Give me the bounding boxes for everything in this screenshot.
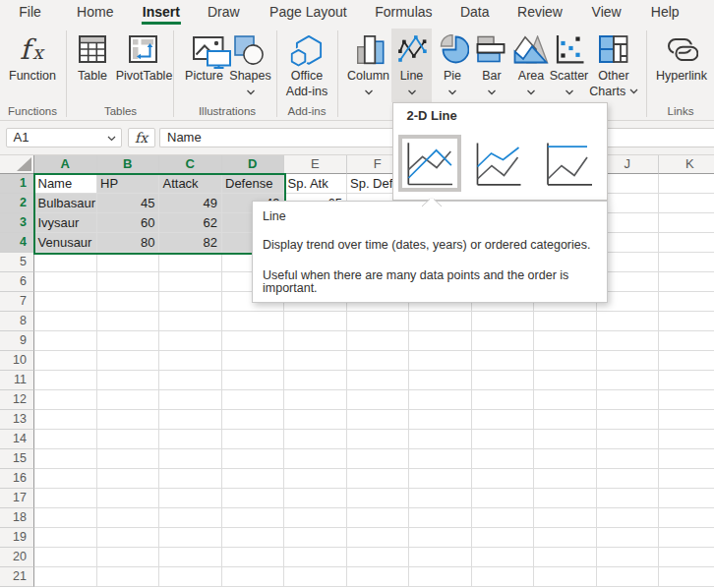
cell-c11[interactable] xyxy=(159,371,222,390)
cell-j9[interactable] xyxy=(597,331,660,351)
cell-h11[interactable] xyxy=(472,371,535,390)
chart-type-line-2d[interactable] xyxy=(402,139,457,188)
cell-h17[interactable] xyxy=(472,489,535,508)
cell-a8[interactable] xyxy=(34,312,97,331)
cell-j15[interactable] xyxy=(597,449,660,469)
cell-j16[interactable] xyxy=(597,469,660,489)
cell-d13[interactable] xyxy=(222,410,285,430)
cell-d17[interactable] xyxy=(222,489,285,508)
cell-a21[interactable] xyxy=(34,567,97,587)
cell-c10[interactable] xyxy=(159,351,222,371)
cell-g10[interactable] xyxy=(409,351,472,371)
cell-j17[interactable] xyxy=(597,489,660,508)
cell-k11[interactable] xyxy=(659,371,714,390)
cell-d19[interactable] xyxy=(222,528,285,548)
menu-item-view[interactable]: View xyxy=(592,0,622,26)
cell-j14[interactable] xyxy=(597,430,660,449)
cell-k18[interactable] xyxy=(659,508,714,528)
cell-d8[interactable] xyxy=(222,312,285,331)
cell-d12[interactable] xyxy=(222,390,285,410)
menu-item-review[interactable]: Review xyxy=(517,0,563,26)
cell-j21[interactable] xyxy=(597,567,660,587)
cell-d15[interactable] xyxy=(222,449,285,469)
row-header-12[interactable]: 12 xyxy=(0,390,34,410)
cell-i12[interactable] xyxy=(534,390,597,410)
cell-j13[interactable] xyxy=(597,410,660,430)
cell-a16[interactable] xyxy=(34,469,97,489)
cell-i19[interactable] xyxy=(534,528,597,548)
row-header-19[interactable]: 19 xyxy=(0,528,34,548)
cell-i10[interactable] xyxy=(534,351,597,371)
cell-k20[interactable] xyxy=(659,548,714,567)
select-all-corner[interactable] xyxy=(0,155,34,174)
cell-g11[interactable] xyxy=(409,371,472,390)
cell-k10[interactable] xyxy=(659,351,714,371)
cell-i9[interactable] xyxy=(534,331,597,351)
cell-h18[interactable] xyxy=(472,508,535,528)
cell-i17[interactable] xyxy=(534,489,597,508)
cell-c1[interactable]: Attack xyxy=(159,174,222,194)
cell-k2[interactable] xyxy=(659,194,714,213)
cell-f9[interactable] xyxy=(347,331,410,351)
cell-b21[interactable] xyxy=(97,567,160,587)
cell-b15[interactable] xyxy=(97,449,160,469)
cell-b13[interactable] xyxy=(97,410,160,430)
cell-b20[interactable] xyxy=(97,548,160,567)
cell-e12[interactable] xyxy=(284,390,347,410)
menu-item-file[interactable]: File xyxy=(19,0,41,26)
cell-f19[interactable] xyxy=(347,528,410,548)
cell-i15[interactable] xyxy=(534,449,597,469)
row-header-4[interactable]: 4 xyxy=(0,233,34,253)
cell-g9[interactable] xyxy=(409,331,472,351)
cell-j10[interactable] xyxy=(597,351,660,371)
cell-i11[interactable] xyxy=(534,371,597,390)
cell-a2[interactable]: Bulbasaur xyxy=(34,194,97,213)
menu-item-page-layout[interactable]: Page Layout xyxy=(269,0,347,26)
cell-a3[interactable]: Ivysaur xyxy=(34,213,97,233)
column-header-d[interactable]: D xyxy=(222,155,285,174)
cell-k3[interactable] xyxy=(659,213,714,233)
cell-e1[interactable]: Sp. Atk xyxy=(284,174,347,194)
cell-a9[interactable] xyxy=(34,331,97,351)
chart-type-100-stacked-line[interactable] xyxy=(541,139,596,188)
row-header-18[interactable]: 18 xyxy=(0,508,34,528)
cell-f10[interactable] xyxy=(347,351,410,371)
cell-b1[interactable]: HP xyxy=(97,174,160,194)
cell-i14[interactable] xyxy=(534,430,597,449)
cell-k12[interactable] xyxy=(659,390,714,410)
row-header-6[interactable]: 6 xyxy=(0,272,34,292)
row-header-14[interactable]: 14 xyxy=(0,430,34,449)
cell-a13[interactable] xyxy=(34,410,97,430)
cell-c19[interactable] xyxy=(159,528,222,548)
cell-f8[interactable] xyxy=(347,312,410,331)
cell-h9[interactable] xyxy=(472,331,535,351)
cell-d20[interactable] xyxy=(222,548,285,567)
cell-g15[interactable] xyxy=(409,449,472,469)
cell-c4[interactable]: 82 xyxy=(159,233,222,253)
menu-item-help[interactable]: Help xyxy=(651,0,680,26)
column-header-b[interactable]: B xyxy=(97,155,160,174)
ribbon-button-line[interactable]: Line xyxy=(391,26,432,102)
cell-a17[interactable] xyxy=(34,489,97,508)
cell-g20[interactable] xyxy=(409,548,472,567)
cell-i21[interactable] xyxy=(534,567,597,587)
cell-h12[interactable] xyxy=(472,390,535,410)
cell-c7[interactable] xyxy=(159,292,222,312)
cell-b6[interactable] xyxy=(97,272,160,292)
cell-b3[interactable]: 60 xyxy=(97,213,160,233)
row-header-3[interactable]: 3 xyxy=(0,213,34,233)
cell-c8[interactable] xyxy=(159,312,222,331)
cell-b11[interactable] xyxy=(97,371,160,390)
cell-e8[interactable] xyxy=(284,312,347,331)
cell-h13[interactable] xyxy=(472,410,535,430)
cell-a5[interactable] xyxy=(34,253,97,272)
cell-e18[interactable] xyxy=(284,508,347,528)
row-header-13[interactable]: 13 xyxy=(0,410,34,430)
cell-a18[interactable] xyxy=(34,508,97,528)
cell-i18[interactable] xyxy=(534,508,597,528)
cell-k1[interactable] xyxy=(659,174,714,194)
cell-k7[interactable] xyxy=(659,292,714,312)
cell-e11[interactable] xyxy=(284,371,347,390)
cell-k8[interactable] xyxy=(659,312,714,331)
cell-k9[interactable] xyxy=(659,331,714,351)
